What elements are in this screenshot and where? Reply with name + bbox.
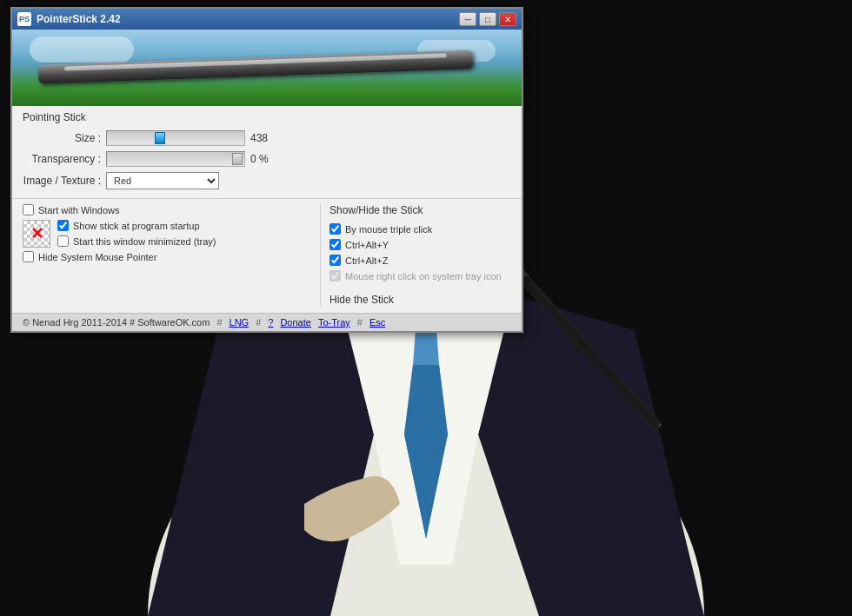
- transparency-slider-thumb[interactable]: [232, 153, 243, 165]
- size-label: Size :: [23, 132, 101, 144]
- question-link[interactable]: ?: [268, 317, 273, 328]
- hide-mouse-pointer-row: Hide System Mouse Pointer: [23, 251, 320, 262]
- window-title: PointerStick 2.42: [37, 13, 459, 25]
- texture-dropdown-container: Red Blue Green Yellow White Black Custom: [106, 172, 219, 189]
- right-click-tray-row: Mouse right click on system tray icon: [329, 270, 511, 282]
- right-click-tray-checkbox: [329, 270, 341, 282]
- ctrl-alt-y-label: Ctrl+Alt+Y: [345, 240, 389, 250]
- hash-separator-2: #: [256, 317, 261, 328]
- texture-label: Image / Texture :: [23, 175, 101, 187]
- ctrl-alt-z-label: Ctrl+Alt+Z: [345, 255, 389, 266]
- close-button[interactable]: ✕: [499, 12, 516, 26]
- hide-stick-container: Hide the Stick: [329, 294, 511, 306]
- size-row: Size : 438: [23, 130, 511, 146]
- size-slider-container: 438: [106, 130, 511, 146]
- start-with-windows-checkbox[interactable]: [23, 204, 34, 215]
- ctrl-alt-y-checkbox[interactable]: [329, 239, 341, 250]
- copyright-text: © Nenad Hrg 2011-2014 # SoftwareOK.com: [23, 317, 210, 328]
- triple-click-checkbox[interactable]: [329, 223, 341, 235]
- triple-click-label: By mouse triple click: [345, 224, 432, 235]
- transparency-label: Transparency :: [23, 153, 101, 165]
- texture-row: Image / Texture : Red Blue Green Yellow …: [23, 172, 511, 189]
- start-with-windows-row: Start with Windows: [23, 204, 320, 215]
- banner-image: [12, 30, 522, 106]
- size-slider-thumb[interactable]: [155, 132, 165, 144]
- app-icon: PS: [17, 12, 31, 26]
- transparency-slider-container: 0 %: [106, 151, 511, 167]
- transparency-row: Transparency : 0 %: [23, 151, 511, 167]
- esc-link[interactable]: Esc: [369, 317, 385, 328]
- left-panel: Start with Windows Show stick at program…: [23, 204, 320, 306]
- app-window: PS PointerStick 2.42 ─ □ ✕ Pointing Stic…: [10, 7, 523, 333]
- maximize-button[interactable]: □: [479, 12, 496, 26]
- hide-mouse-pointer-checkbox[interactable]: [23, 251, 34, 262]
- ctrl-alt-y-row: Ctrl+Alt+Y: [329, 239, 511, 250]
- footer-bar: © Nenad Hrg 2011-2014 # SoftwareOK.com #…: [12, 313, 522, 331]
- minimize-button[interactable]: ─: [459, 12, 476, 26]
- show-stick-startup-row: Show stick at program startup: [57, 220, 320, 231]
- section-title: Pointing Stick: [23, 111, 511, 123]
- hash-separator: #: [216, 317, 222, 328]
- start-minimized-label: Start this window minimized (tray): [73, 236, 216, 247]
- donate-link[interactable]: Donate: [280, 317, 310, 328]
- right-panel: Show/Hide the Stick By mouse triple clic…: [320, 204, 511, 306]
- show-hide-header: Show/Hide the Stick: [329, 204, 511, 216]
- ctrl-alt-z-row: Ctrl+Alt+Z: [329, 255, 511, 266]
- transparency-slider-track[interactable]: [106, 151, 245, 167]
- start-with-windows-label: Start with Windows: [38, 205, 120, 215]
- size-value: 438: [250, 132, 268, 144]
- hide-stick-button[interactable]: Hide the Stick: [329, 294, 394, 306]
- main-content: Start with Windows Show stick at program…: [12, 199, 522, 313]
- ctrl-alt-z-checkbox[interactable]: [329, 255, 341, 266]
- window-controls: ─ □ ✕: [459, 12, 516, 26]
- start-minimized-row: Start this window minimized (tray): [57, 235, 320, 247]
- right-click-tray-label: Mouse right click on system tray icon: [345, 271, 502, 282]
- options-list: Show stick at program startup Start this…: [57, 220, 320, 251]
- show-stick-startup-label: Show stick at program startup: [73, 221, 200, 231]
- hash-separator-3: #: [357, 317, 363, 328]
- pointing-stick-section: Pointing Stick Size : 438 Transparency :…: [12, 106, 522, 199]
- show-stick-startup-checkbox[interactable]: [57, 220, 69, 231]
- checker-icon: [23, 220, 50, 248]
- lng-link[interactable]: LNG: [230, 317, 250, 328]
- size-slider-track[interactable]: [106, 130, 245, 146]
- start-minimized-checkbox[interactable]: [57, 235, 69, 247]
- show-stick-icon-row: Show stick at program startup Start this…: [23, 220, 320, 251]
- title-bar: PS PointerStick 2.42 ─ □ ✕: [12, 9, 522, 30]
- texture-select[interactable]: Red Blue Green Yellow White Black Custom: [106, 172, 219, 189]
- totray-link[interactable]: To-Tray: [318, 317, 350, 328]
- triple-click-row: By mouse triple click: [329, 223, 511, 235]
- transparency-value: 0 %: [250, 153, 269, 165]
- hide-mouse-pointer-label: Hide System Mouse Pointer: [38, 252, 156, 262]
